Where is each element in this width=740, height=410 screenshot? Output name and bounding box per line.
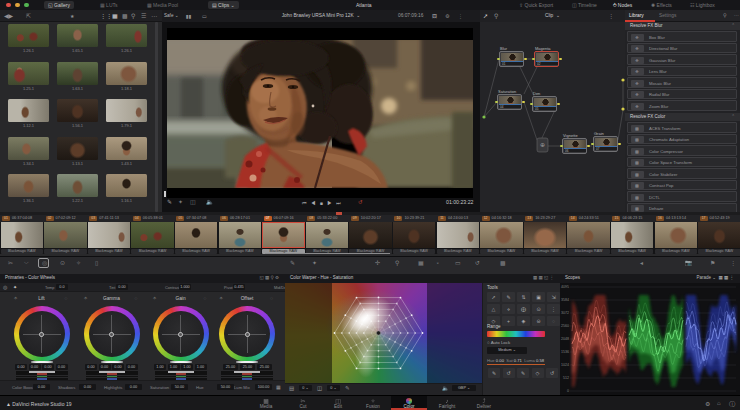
svg-text:3072: 3072 — [561, 311, 569, 315]
svg-text:2048: 2048 — [561, 337, 569, 341]
svg-text:0: 0 — [567, 389, 569, 393]
svg-text:1024: 1024 — [561, 363, 569, 367]
svg-text:4095: 4095 — [561, 285, 569, 289]
svg-text:1536: 1536 — [561, 350, 569, 354]
svg-text:3584: 3584 — [561, 298, 569, 302]
svg-text:512: 512 — [563, 376, 569, 380]
svg-text:⊕: ⊕ — [540, 142, 545, 148]
svg-text:2560: 2560 — [561, 324, 569, 328]
